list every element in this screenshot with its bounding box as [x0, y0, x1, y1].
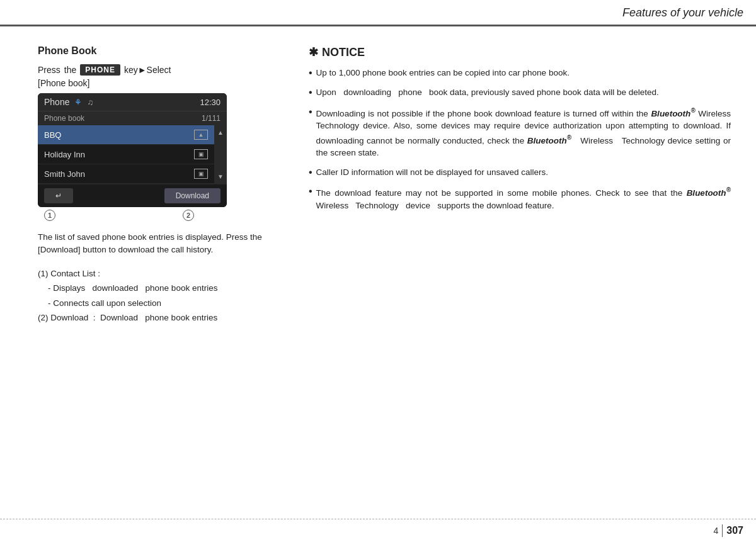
- phone-app-name: Phone: [44, 97, 69, 107]
- item-line-1: (1) Contact List :: [38, 267, 284, 281]
- list-item-name: Holiday Inn: [44, 150, 85, 159]
- notice-title: NOTICE: [322, 46, 365, 59]
- page-divider: [722, 524, 723, 537]
- chapter-number: 4: [714, 526, 719, 536]
- right-column: ✱ NOTICE Up to 1,000 phone book entries …: [309, 45, 731, 326]
- page-number: 307: [726, 525, 743, 536]
- header-title: Features of your vehicle: [622, 6, 743, 20]
- section-title: Phone Book: [38, 45, 284, 57]
- list-item[interactable]: BBQ ▲: [38, 125, 214, 145]
- screen-subtitle: Phone book: [44, 114, 84, 123]
- item-up-icon: ▲: [194, 130, 208, 140]
- screen-time: 12:30: [200, 98, 220, 107]
- music-icon: ♫: [87, 98, 93, 107]
- phone-list-items: BBQ ▲ Holiday Inn ▣ Smith John ▣: [38, 125, 214, 184]
- header-bar: Features of your vehicle: [0, 0, 756, 26]
- press-line: Press the PHONE key►Select: [38, 64, 284, 76]
- notice-bullet-5: The download feature may not be supporte…: [309, 185, 731, 212]
- items-list: (1) Contact List : - Displays downloaded…: [38, 267, 284, 325]
- scroll-up-arrow[interactable]: ▲: [217, 127, 224, 138]
- left-column: Phone Book Press the PHONE key►Select [P…: [38, 45, 284, 326]
- screen-count: 1/111: [202, 114, 220, 123]
- list-item-name: BBQ: [44, 130, 61, 140]
- item-line-4: (2) Download : Download phone book entri…: [38, 311, 284, 325]
- phone-subtitle-bar: Phone book 1/111: [38, 111, 227, 125]
- list-item-name: Smith John: [44, 169, 85, 179]
- bluetooth-icon: ⚘: [74, 98, 82, 107]
- notice-bullet-1: Up to 1,000 phone book entries can be co…: [309, 67, 731, 80]
- phone-app-name-area: Phone ⚘ ♫: [44, 97, 93, 107]
- phone-list-area: BBQ ▲ Holiday Inn ▣ Smith John ▣ ▲ ▼: [38, 125, 227, 184]
- description-text: The list of saved phone book entries is …: [38, 231, 284, 257]
- notice-bullet-4: Caller ID information will not be displa…: [309, 166, 731, 179]
- phone-download-button[interactable]: Download: [164, 188, 220, 203]
- key-select-label: key►Select: [124, 65, 171, 75]
- item-phone-icon: ▣: [194, 149, 208, 159]
- footer: 4 307: [0, 519, 756, 542]
- item-phone-icon2: ▣: [194, 169, 208, 179]
- circle-label-2: 2: [183, 210, 194, 221]
- circle-labels-row: 1 2: [38, 210, 284, 221]
- press-label: Press: [38, 65, 60, 75]
- phone-back-button[interactable]: ↵: [44, 188, 73, 203]
- notice-bullet-2: Upon downloading phone book data, previo…: [309, 86, 731, 99]
- scroll-bar[interactable]: ▲ ▼: [214, 125, 227, 184]
- phone-footer: ↵ Download: [38, 184, 227, 207]
- notice-asterisk: ✱: [309, 45, 318, 59]
- phone-book-label: [Phone book]: [38, 78, 284, 88]
- notice-bullet-3: Downloading is not possible if the phone…: [309, 106, 731, 160]
- the-label: the: [64, 65, 76, 75]
- item-line-3: - Connects call upon selection: [48, 296, 284, 310]
- phone-screen: Phone ⚘ ♫ 12:30 Phone book 1/111 BBQ ▲: [38, 93, 227, 207]
- phone-badge: PHONE: [80, 64, 120, 76]
- circle-label-1: 1: [44, 210, 55, 221]
- item-line-2: - Displays downloaded phone book entries: [48, 281, 284, 295]
- page-info: 4 307: [714, 524, 744, 537]
- notice-bullets: Up to 1,000 phone book entries can be co…: [309, 67, 731, 212]
- main-content: Phone Book Press the PHONE key►Select [P…: [0, 26, 756, 339]
- notice-header: ✱ NOTICE: [309, 45, 731, 59]
- scroll-down-arrow[interactable]: ▼: [217, 171, 224, 183]
- phone-title-bar: Phone ⚘ ♫ 12:30: [38, 93, 227, 111]
- list-item[interactable]: Smith John ▣: [38, 164, 214, 184]
- list-item[interactable]: Holiday Inn ▣: [38, 145, 214, 164]
